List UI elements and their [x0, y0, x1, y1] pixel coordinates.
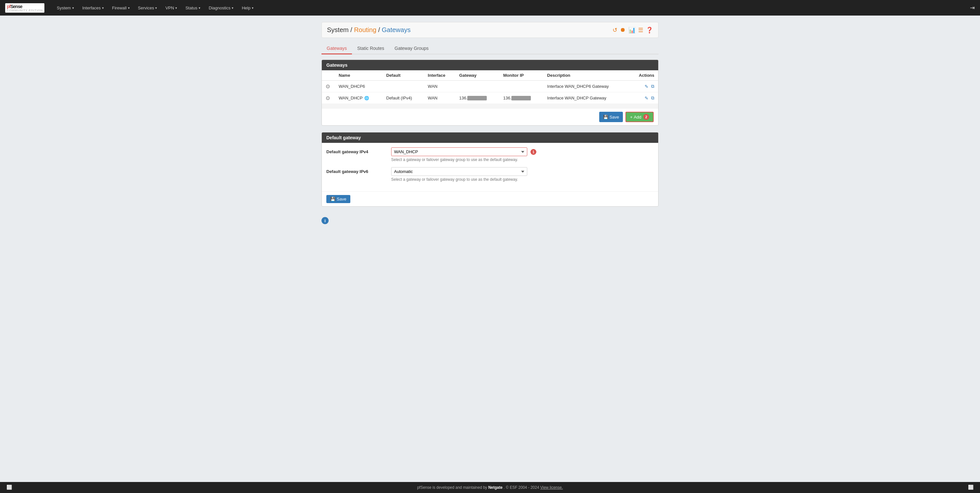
nav-item-vpn[interactable]: VPN ▾: [161, 3, 181, 12]
tabs: Gateways Static Routes Gateway Groups: [321, 43, 659, 54]
default-gateway-panel: Default gateway Default gateway IPv4 WAN…: [321, 132, 659, 207]
logo-pfsense-text: pfSense: [7, 4, 43, 9]
gateway-interface-2: WAN: [424, 92, 455, 104]
col-default: Default: [382, 70, 424, 81]
status-icon-row1: ⊙: [326, 84, 330, 89]
monitor-ip-2: 136.: [500, 92, 544, 104]
edit-icon-row2[interactable]: ✎: [644, 95, 649, 101]
ipv4-help: Select a gateway or failover gateway gro…: [391, 157, 654, 162]
ipv6-control-wrap: Automatic WAN_DHCP6 None Select a gatewa…: [391, 167, 654, 182]
nav-item-status[interactable]: Status ▾: [181, 3, 204, 12]
gateway-default-2: Default (IPv4): [382, 92, 424, 104]
save-icon-gateway: 💾: [330, 197, 336, 201]
settings-icon[interactable]: ☰: [638, 27, 643, 34]
refresh-icon[interactable]: ↺: [612, 27, 617, 34]
nav-link-services[interactable]: Services ▾: [134, 3, 161, 12]
nav-link-system[interactable]: System ▾: [53, 3, 78, 12]
logo-community-text: COMMUNITY EDITION: [7, 9, 43, 12]
gateway-ip-2: 136.: [455, 92, 500, 104]
copy-icon-row2[interactable]: ⧉: [651, 95, 654, 101]
col-monitor-ip: Monitor IP: [500, 70, 544, 81]
col-name: Name: [335, 70, 382, 81]
save-button-gateway[interactable]: 💾 Save: [326, 195, 350, 203]
gateways-panel-header: Gateways: [322, 60, 658, 70]
actions-row1: ✎ ⧉: [633, 84, 654, 89]
tab-gateway-groups[interactable]: Gateway Groups: [390, 43, 434, 54]
nav-link-firewall[interactable]: Firewall ▾: [108, 3, 134, 12]
ipv6-label: Default gateway IPv6: [326, 167, 385, 174]
ipv4-control-wrap: WAN_DHCP WAN_DHCP6 Automatic None 1 Sele…: [391, 147, 654, 162]
description-1: Interface WAN_DHCP6 Gateway: [543, 81, 629, 92]
caret-vpn: ▾: [175, 6, 177, 10]
form-group-ipv6: Default gateway IPv6 Automatic WAN_DHCP6…: [326, 167, 654, 182]
caret-firewall: ▾: [128, 6, 130, 10]
nav-link-help[interactable]: Help ▾: [238, 3, 257, 12]
caret-help: ▾: [252, 6, 253, 10]
breadcrumb-gateways: Gateways: [382, 26, 410, 33]
breadcrumb-routing[interactable]: Routing: [354, 26, 376, 33]
actions-row2: ✎ ⧉: [633, 95, 654, 101]
navbar: pfSense COMMUNITY EDITION System ▾ Inter…: [0, 0, 980, 16]
tab-gateways[interactable]: Gateways: [321, 43, 352, 54]
ipv4-select[interactable]: WAN_DHCP WAN_DHCP6 Automatic None: [391, 147, 527, 156]
nav-link-interfaces[interactable]: Interfaces ▾: [78, 3, 108, 12]
edit-icon-row1[interactable]: ✎: [644, 84, 649, 89]
save-button-table[interactable]: 💾 Save: [599, 112, 623, 122]
gateway-default-1: [382, 81, 424, 92]
tab-static-routes[interactable]: Static Routes: [352, 43, 389, 54]
gateways-panel: Gateways Name Default Interface Gateway …: [321, 60, 659, 126]
nav-item-firewall[interactable]: Firewall ▾: [108, 3, 134, 12]
table-scrollbar[interactable]: [322, 104, 658, 108]
logo-box: pfSense COMMUNITY EDITION: [5, 3, 45, 13]
col-description: Description: [543, 70, 629, 81]
navbar-logout-icon[interactable]: ⇥: [970, 4, 975, 11]
add-badge: 2: [643, 114, 649, 120]
caret-system: ▾: [72, 6, 74, 10]
gateways-table: Name Default Interface Gateway Monitor I…: [322, 70, 658, 104]
monitor-ip-redacted: [511, 96, 531, 100]
col-gateway: Gateway: [455, 70, 500, 81]
nav-link-status[interactable]: Status ▾: [181, 3, 204, 12]
default-gateway-form: Default gateway IPv4 WAN_DHCP WAN_DHCP6 …: [322, 143, 658, 192]
nav-menu: System ▾ Interfaces ▾ Firewall ▾ Service…: [53, 3, 970, 12]
col-interface: Interface: [424, 70, 455, 81]
nav-link-vpn[interactable]: VPN ▾: [161, 3, 181, 12]
gateway-interface-1: WAN: [424, 81, 455, 92]
gateways-table-actions: 💾 Save + Add 2: [322, 108, 658, 125]
breadcrumb-system: System: [327, 26, 349, 33]
nav-link-diagnostics[interactable]: Diagnostics ▾: [205, 3, 237, 12]
table-row: ⊙ WAN_DHCP6 WAN Interface WAN_DHCP6 Gate…: [322, 81, 658, 92]
ipv6-select[interactable]: Automatic WAN_DHCP6 None: [391, 167, 527, 176]
info-icon[interactable]: i: [321, 217, 329, 224]
help-icon[interactable]: ❓: [646, 27, 653, 34]
nav-item-interfaces[interactable]: Interfaces ▾: [78, 3, 108, 12]
table-row: ⊙ WAN_DHCP 🌐 Default (IPv4) WAN 136. 136…: [322, 92, 658, 104]
caret-status: ▾: [199, 6, 200, 10]
realtime-icon[interactable]: ⏺: [620, 27, 626, 33]
nav-item-diagnostics[interactable]: Diagnostics ▾: [205, 3, 237, 12]
main-content: System / Routing / Gateways ↺ ⏺ 📊 ☰ ❓ Ga…: [312, 16, 668, 231]
plus-icon: +: [630, 115, 633, 119]
brand-logo: pfSense COMMUNITY EDITION: [5, 3, 46, 13]
default-gateway-form-actions: 💾 Save: [322, 192, 658, 206]
ipv6-help: Select a gateway or failover gateway gro…: [391, 177, 654, 182]
gateway-ip-1: [455, 81, 500, 92]
nav-item-services[interactable]: Services ▾: [134, 3, 161, 12]
col-actions: Actions: [629, 70, 658, 81]
chart-icon[interactable]: 📊: [628, 27, 635, 34]
caret-services: ▾: [155, 6, 157, 10]
ipv4-badge: 1: [530, 149, 536, 155]
nav-item-system[interactable]: System ▾: [53, 3, 78, 12]
gateway-ip-redacted: [467, 96, 487, 100]
nav-item-help[interactable]: Help ▾: [238, 3, 257, 12]
form-group-ipv4: Default gateway IPv4 WAN_DHCP WAN_DHCP6 …: [326, 147, 654, 162]
monitor-ip-1: [500, 81, 544, 92]
description-2: Interface WAN_DHCP Gateway: [543, 92, 629, 104]
globe-icon: 🌐: [364, 96, 369, 100]
caret-diagnostics: ▾: [232, 6, 233, 10]
col-status: [322, 70, 335, 81]
status-icon-row2: ⊙: [326, 95, 330, 101]
copy-icon-row1[interactable]: ⧉: [651, 84, 654, 89]
add-button[interactable]: + Add 2: [625, 112, 654, 122]
gateway-name-2: WAN_DHCP 🌐: [335, 92, 382, 104]
